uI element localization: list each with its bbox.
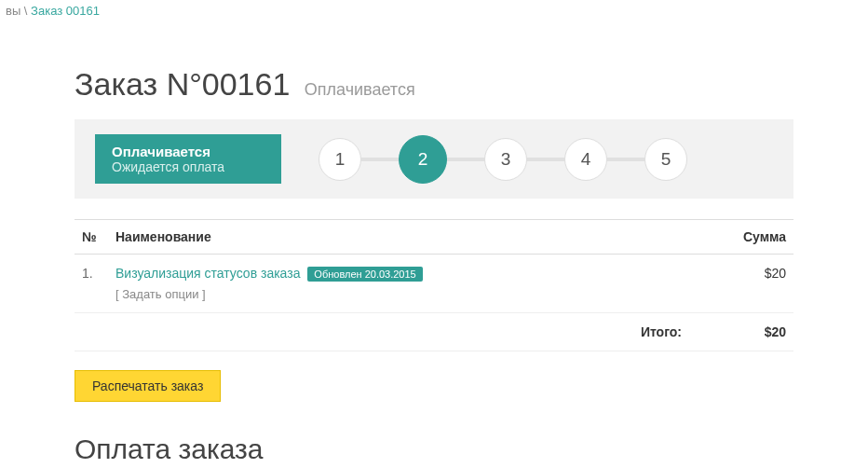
total-label: Итого:	[108, 313, 689, 351]
row-no: 1.	[75, 255, 108, 313]
set-options-link[interactable]: [ Задать опции ]	[115, 287, 206, 301]
breadcrumb-prefix: вы	[6, 4, 20, 18]
status-box-title: Оплачивается	[112, 144, 255, 159]
steps: 1 2 3 4 5	[319, 135, 687, 184]
breadcrumb: вы \ Заказ 00161	[0, 0, 868, 21]
updated-badge: Обновлен 20.03.2015	[307, 267, 422, 282]
total-row: Итого: $20	[75, 313, 793, 351]
step-5[interactable]: 5	[644, 138, 687, 181]
row-amount: $20	[689, 255, 793, 313]
page-title-main: Заказ N°00161	[75, 66, 290, 102]
page-title: Заказ N°00161 Оплачивается	[75, 66, 793, 103]
step-1[interactable]: 1	[319, 138, 361, 181]
status-box: Оплачивается Ожидается оплата	[95, 134, 281, 184]
breadcrumb-current[interactable]: Заказ 00161	[31, 4, 100, 18]
step-2[interactable]: 2	[399, 135, 447, 184]
item-link[interactable]: Визуализация статусов заказа	[115, 266, 300, 281]
row-name-cell: Визуализация статусов заказа Обновлен 20…	[108, 255, 689, 313]
step-4[interactable]: 4	[564, 138, 607, 181]
page-title-status: Оплачивается	[305, 80, 415, 99]
total-amount: $20	[689, 313, 793, 351]
order-table: № Наименование Сумма 1. Визуализация ста…	[75, 219, 793, 351]
step-connector	[361, 158, 399, 161]
payment-section-title: Оплата заказа	[75, 434, 793, 468]
th-amount: Сумма	[689, 220, 793, 255]
th-no: №	[75, 220, 108, 255]
step-connector	[527, 158, 564, 161]
step-3[interactable]: 3	[484, 138, 527, 181]
print-order-button[interactable]: Распечатать заказ	[75, 370, 221, 402]
status-box-sub: Ожидается оплата	[112, 159, 255, 174]
set-options: [ Задать опции ]	[115, 287, 682, 301]
breadcrumb-sep: \	[20, 4, 31, 18]
status-bar: Оплачивается Ожидается оплата 1 2 3 4 5	[75, 119, 793, 199]
th-name: Наименование	[108, 220, 689, 255]
table-row: 1. Визуализация статусов заказа Обновлен…	[75, 255, 793, 313]
step-connector	[607, 158, 644, 161]
step-connector	[447, 158, 484, 161]
